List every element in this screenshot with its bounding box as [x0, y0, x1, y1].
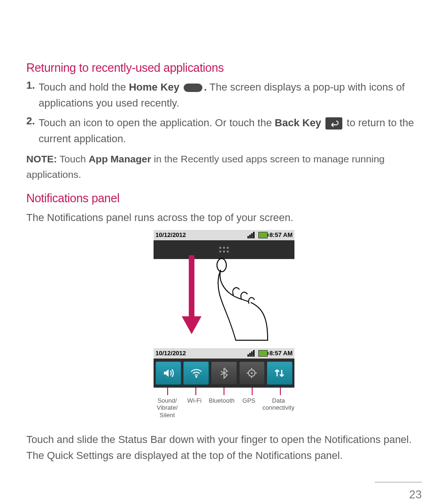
page-content: Returning to recently-used applications …: [0, 0, 448, 464]
notifications-intro: The Notifications panel runs across the …: [26, 210, 422, 226]
signal-icon: [247, 350, 255, 357]
text: Touch an icon to open the application. O…: [39, 117, 275, 129]
step-2: 2. Touch an icon to open the application…: [26, 115, 422, 147]
text: Touch and hold the: [39, 81, 129, 93]
step-number: 1.: [26, 79, 35, 111]
leader-lines: [154, 388, 294, 395]
heading-returning: Returning to recently-used applications: [26, 61, 422, 75]
label-sound: Sound/ Vibrate/ Silent: [154, 397, 181, 419]
signal-icon: [247, 232, 255, 238]
statusbar-open: 10/12/2012 8:57 AM: [154, 348, 294, 388]
statusbar-row: 10/12/2012 8:57 AM: [154, 230, 294, 240]
label-wifi: Wi-Fi: [181, 397, 208, 419]
battery-icon: [258, 232, 268, 238]
qs-bluetooth[interactable]: [211, 361, 237, 385]
page-number: 23: [375, 482, 422, 504]
qs-data[interactable]: [267, 361, 293, 385]
statusbar-row: 10/12/2012 8:57 AM: [154, 348, 294, 359]
label-data: Data connectivity: [263, 397, 294, 419]
step-number: 2.: [26, 115, 35, 147]
time: 8:57 AM: [270, 231, 293, 238]
quick-settings-labels: Sound/ Vibrate/ Silent Wi-Fi Bluetooth G…: [154, 397, 294, 419]
pointing-hand-icon: [208, 257, 269, 341]
notifications-outro: Touch and slide the Status Bar down with…: [26, 432, 422, 464]
step-1: 1. Touch and hold the Home Key . The scr…: [26, 79, 422, 111]
gesture-illustration: [26, 259, 422, 348]
label-bluetooth: Bluetooth: [208, 397, 235, 419]
step-text: Touch and hold the Home Key . The screen…: [39, 79, 422, 111]
date: 10/12/2012: [155, 350, 186, 357]
statusbar-closed: 10/12/2012 8:57 AM: [154, 230, 294, 259]
app-manager-label: App Manager: [89, 153, 151, 164]
svg-point-5: [251, 372, 253, 374]
label-gps: GPS: [235, 397, 263, 419]
note-label: NOTE:: [26, 153, 57, 164]
text: Touch: [57, 153, 88, 164]
qs-gps[interactable]: [239, 361, 265, 385]
back-key-label: Back Key: [275, 117, 324, 129]
date: 10/12/2012: [155, 231, 186, 238]
time: 8:57 AM: [270, 350, 293, 357]
home-key-label: Home Key: [129, 81, 182, 93]
svg-point-2: [217, 259, 226, 272]
svg-marker-1: [182, 316, 201, 334]
home-key-icon: [184, 84, 202, 92]
back-key-icon: [325, 117, 342, 130]
note: NOTE: Touch App Manager in the Recently …: [26, 152, 422, 182]
qs-wifi[interactable]: [183, 361, 209, 385]
svg-point-3: [195, 376, 197, 378]
quick-settings-row: [154, 359, 294, 388]
heading-notifications: Notifications panel: [26, 191, 422, 205]
arrow-down-icon: [179, 255, 203, 340]
battery-icon: [258, 350, 268, 357]
svg-rect-0: [189, 255, 194, 316]
drag-handle: [154, 240, 294, 259]
qs-sound[interactable]: [155, 361, 181, 385]
step-text: Touch an icon to open the application. O…: [39, 115, 422, 147]
figure-notifications: 10/12/2012 8:57 AM: [26, 230, 422, 419]
